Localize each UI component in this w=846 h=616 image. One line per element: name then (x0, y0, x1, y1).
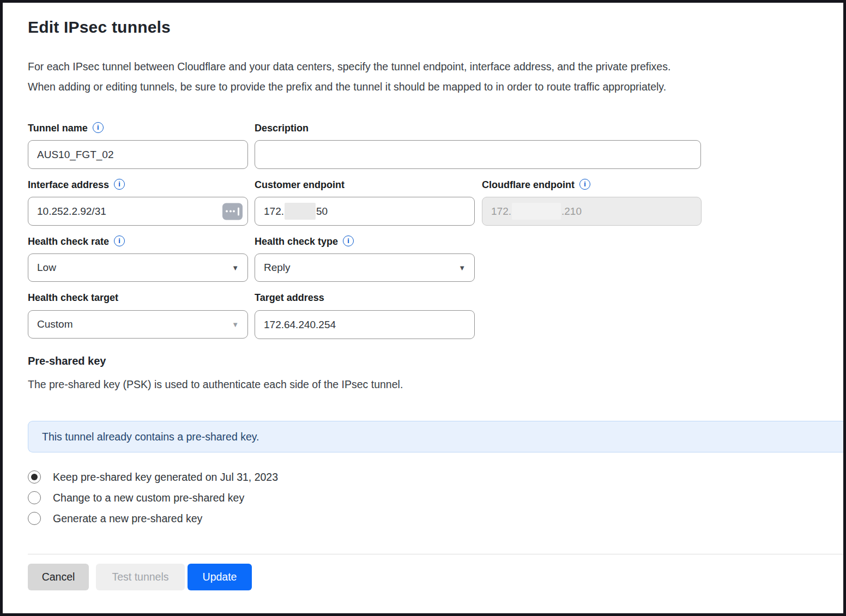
interface-address-input[interactable] (28, 197, 248, 226)
health-check-type-field: Health check type Reply ▼ (255, 234, 475, 282)
page-description: For each IPsec tunnel between Cloudflare… (28, 57, 835, 97)
health-check-rate-field: Health check rate Low ▼ (28, 234, 248, 282)
edit-ipsec-tunnels-dialog: Edit IPsec tunnels For each IPsec tunnel… (0, 0, 846, 616)
text-cursor-indicator-icon[interactable] (222, 203, 243, 220)
description-field: Description (255, 121, 701, 169)
radio-button-icon[interactable] (28, 491, 41, 504)
info-icon[interactable] (93, 122, 104, 133)
test-tunnels-button: Test tunnels (96, 564, 185, 590)
interface-address-label: Interface address (28, 178, 248, 192)
cloudflare-endpoint-label: Cloudflare endpoint (482, 178, 702, 192)
page-title: Edit IPsec tunnels (28, 18, 171, 37)
psk-info-banner: This tunnel already contains a pre-share… (28, 421, 843, 452)
health-check-target-select[interactable]: Custom ▼ (28, 310, 248, 339)
cloudflare-endpoint-input: 172..210 (482, 197, 702, 226)
info-icon[interactable] (114, 235, 125, 246)
psk-banner-message: This tunnel already contains a pre-share… (42, 431, 259, 443)
health-check-type-select[interactable]: Reply ▼ (255, 253, 475, 282)
footer-divider (28, 554, 843, 554)
chevron-down-icon: ▼ (232, 321, 239, 329)
radio-option-custom-key[interactable]: Change to a new custom pre-shared key (28, 490, 244, 505)
health-check-rate-label: Health check rate (28, 234, 248, 249)
health-check-rate-select[interactable]: Low ▼ (28, 253, 248, 282)
description-label: Description (255, 121, 701, 135)
redacted-value (285, 203, 316, 220)
radio-button-icon[interactable] (28, 512, 41, 525)
info-icon[interactable] (114, 179, 125, 190)
radio-button-icon[interactable] (28, 470, 41, 484)
health-check-type-label: Health check type (255, 234, 475, 249)
description-input[interactable] (255, 140, 701, 169)
interface-address-field: Interface address (28, 178, 248, 226)
cancel-button[interactable]: Cancel (28, 564, 89, 590)
health-check-target-label: Health check target (28, 291, 248, 305)
target-address-input[interactable] (255, 310, 475, 339)
radio-option-keep-key[interactable]: Keep pre-shared key generated on Jul 31,… (28, 469, 278, 485)
customer-endpoint-label: Customer endpoint (255, 178, 475, 192)
tunnel-name-input[interactable] (28, 140, 248, 169)
customer-endpoint-field: Customer endpoint 172.50 (255, 178, 475, 226)
tunnel-name-label: Tunnel name (28, 121, 248, 135)
cloudflare-endpoint-field: Cloudflare endpoint 172..210 (482, 178, 702, 226)
page-description-line2: When adding or editing tunnels, be sure … (28, 81, 666, 93)
target-address-label: Target address (255, 291, 475, 305)
info-icon[interactable] (343, 235, 354, 246)
radio-option-generate-key[interactable]: Generate a new pre-shared key (28, 511, 202, 526)
customer-endpoint-input[interactable]: 172.50 (255, 197, 475, 226)
tunnel-name-field: Tunnel name (28, 121, 248, 169)
page-description-line1: For each IPsec tunnel between Cloudflare… (28, 61, 670, 73)
chevron-down-icon: ▼ (458, 264, 466, 272)
update-button[interactable]: Update (188, 564, 252, 590)
psk-heading: Pre-shared key (28, 355, 106, 367)
redacted-value (512, 203, 561, 220)
psk-description: The pre-shared key (PSK) is used to auth… (28, 378, 403, 391)
info-icon[interactable] (579, 179, 590, 190)
chevron-down-icon: ▼ (232, 264, 239, 272)
target-address-field: Target address (255, 291, 475, 339)
health-check-target-field: Health check target Custom ▼ (28, 291, 248, 339)
